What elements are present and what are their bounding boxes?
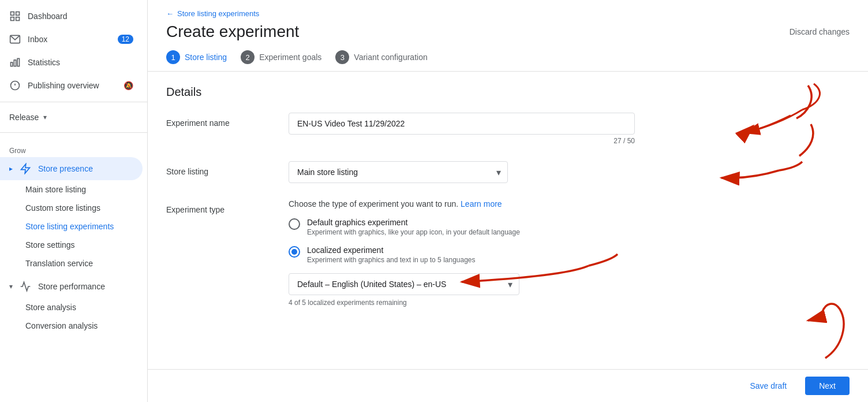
svg-rect-0 xyxy=(11,12,14,16)
publishing-bell-icon: 🔕 xyxy=(124,81,133,90)
store-listing-field: Main store listing Custom store listing … xyxy=(289,161,635,183)
back-arrow-icon: ← xyxy=(166,9,174,18)
step-2-label: Experiment goals xyxy=(259,53,321,62)
custom-store-listings-label: Custom store listings xyxy=(25,203,100,213)
sidebar-item-store-settings[interactable]: Store settings xyxy=(0,236,143,254)
store-analysis-label: Store analysis xyxy=(25,303,76,312)
experiment-type-label: Experiment type xyxy=(166,199,270,214)
translation-service-label: Translation service xyxy=(25,259,93,268)
sidebar-item-store-listing-experiments[interactable]: Store listing experiments xyxy=(0,217,143,236)
store-performance-icon xyxy=(20,281,31,292)
learn-more-link[interactable]: Learn more xyxy=(461,199,502,209)
locale-count: 4 of 5 localized experiments remaining xyxy=(289,299,635,307)
radio-default-graphics-text: Default graphics experiment Experiment w… xyxy=(307,218,520,236)
store-listing-select-wrapper: Main store listing Custom store listing … xyxy=(289,161,508,183)
experiment-name-field: 27 / 50 xyxy=(289,113,635,145)
svg-rect-1 xyxy=(16,12,20,16)
grow-section: Grow ▸ Store presence Main store listing… xyxy=(0,137,147,337)
sidebar-publishing-label: Publishing overview xyxy=(28,81,99,90)
discard-changes-link[interactable]: Discard changes xyxy=(790,27,850,36)
save-draft-button[interactable]: Save draft xyxy=(738,377,798,395)
store-presence-icon xyxy=(20,163,31,174)
step-1-label: Store listing xyxy=(185,53,227,62)
experiment-name-label: Experiment name xyxy=(166,113,270,128)
step-2[interactable]: 2 Experiment goals xyxy=(241,50,321,64)
sidebar-item-store-analysis[interactable]: Store analysis xyxy=(0,298,143,317)
sidebar-item-conversion-analysis[interactable]: Conversion analysis xyxy=(0,317,143,335)
radio-localized-label: Localized experiment xyxy=(307,245,476,255)
locale-select[interactable]: Default – English (United States) – en-U… xyxy=(289,273,519,295)
sidebar-item-custom-store-listings[interactable]: Custom store listings xyxy=(0,199,143,217)
content-area: Details Experiment name 27 / 50 Store li… xyxy=(148,72,868,369)
dashboard-icon xyxy=(9,10,21,22)
svg-rect-5 xyxy=(11,62,13,66)
store-listing-row: Store listing Main store listing Custom … xyxy=(166,161,850,183)
next-button[interactable]: Next xyxy=(805,377,850,395)
sidebar-dashboard-label: Dashboard xyxy=(28,12,68,21)
sidebar-item-store-performance[interactable]: ▾ Store performance xyxy=(0,275,143,298)
store-listing-select[interactable]: Main store listing Custom store listing … xyxy=(289,161,508,183)
sidebar-statistics-label: Statistics xyxy=(28,58,60,67)
experiment-name-input[interactable] xyxy=(289,113,635,135)
sidebar-store-presence-label: Store presence xyxy=(38,164,93,173)
sidebar-item-translation-service[interactable]: Translation service xyxy=(0,254,143,273)
step-3-label: Variant configuration xyxy=(354,53,427,62)
grow-label: Grow xyxy=(0,140,147,157)
inbox-icon xyxy=(9,34,21,45)
step-1[interactable]: 1 Store listing xyxy=(166,50,227,64)
experiment-type-desc: Choose the type of experiment you want t… xyxy=(289,199,635,209)
sidebar-store-performance-label: Store performance xyxy=(38,282,105,291)
svg-marker-11 xyxy=(21,164,30,174)
experiment-type-field: Choose the type of experiment you want t… xyxy=(289,199,635,307)
char-count: 27 / 50 xyxy=(289,137,635,145)
details-title: Details xyxy=(166,85,850,99)
step-3-circle: 3 xyxy=(335,50,349,64)
back-link-label: Store listing experiments xyxy=(177,9,259,18)
sidebar: Dashboard Inbox 12 Statistics Publishing… xyxy=(0,0,148,402)
sidebar-item-publishing-overview[interactable]: Publishing overview 🔕 xyxy=(0,74,143,97)
radio-localized-btn[interactable] xyxy=(289,246,300,258)
experiment-name-row: Experiment name 27 / 50 xyxy=(166,113,850,145)
back-link[interactable]: ← Store listing experiments xyxy=(166,9,850,18)
main-header: ← Store listing experiments Create exper… xyxy=(148,0,868,72)
step-3[interactable]: 3 Variant configuration xyxy=(335,50,427,64)
step-2-circle: 2 xyxy=(241,50,255,64)
release-chevron-icon: ▾ xyxy=(43,113,47,121)
store-listing-label: Store listing xyxy=(166,161,270,176)
expand-arrow-icon: ▸ xyxy=(9,165,13,173)
radio-default-graphics-sublabel: Experiment with graphics, like your app … xyxy=(307,228,520,236)
radio-localized-sublabel: Experiment with graphics and text in up … xyxy=(307,256,476,264)
conversion-analysis-label: Conversion analysis xyxy=(25,321,98,330)
experiment-type-row: Experiment type Choose the type of exper… xyxy=(166,199,850,307)
svg-rect-6 xyxy=(14,60,16,66)
store-settings-label: Store settings xyxy=(25,240,75,250)
locale-select-wrapper: Default – English (United States) – en-U… xyxy=(289,273,519,295)
header-row: Create experiment Discard changes xyxy=(166,23,850,41)
bar-chart-icon xyxy=(9,57,21,68)
inbox-badge: 12 xyxy=(118,35,133,44)
sidebar-item-main-store-listing[interactable]: Main store listing xyxy=(0,180,143,199)
main-store-listing-label: Main store listing xyxy=(25,185,86,194)
stepper: 1 Store listing 2 Experiment goals 3 Var… xyxy=(166,50,850,71)
publishing-icon xyxy=(9,80,21,91)
sidebar-item-inbox[interactable]: Inbox 12 xyxy=(0,28,143,51)
page-title: Create experiment xyxy=(166,23,299,41)
radio-localized-text: Localized experiment Experiment with gra… xyxy=(307,245,476,264)
release-label: Release xyxy=(9,113,39,122)
radio-default-graphics[interactable]: Default graphics experiment Experiment w… xyxy=(289,218,635,236)
sidebar-item-store-presence[interactable]: ▸ Store presence xyxy=(0,157,143,180)
store-listing-experiments-label: Store listing experiments xyxy=(25,222,114,231)
radio-default-graphics-btn[interactable] xyxy=(289,218,300,230)
svg-rect-3 xyxy=(16,17,20,21)
sidebar-item-statistics[interactable]: Statistics xyxy=(0,51,143,74)
radio-localized[interactable]: Localized experiment Experiment with gra… xyxy=(289,245,635,264)
sidebar-item-dashboard[interactable]: Dashboard xyxy=(0,5,143,28)
svg-rect-7 xyxy=(17,58,19,66)
release-group[interactable]: Release ▾ xyxy=(0,107,147,128)
svg-rect-2 xyxy=(11,17,14,21)
sidebar-inbox-label: Inbox xyxy=(28,35,47,44)
performance-arrow-icon: ▾ xyxy=(9,282,13,291)
footer: Save draft Next xyxy=(148,369,868,402)
step-1-circle: 1 xyxy=(166,50,180,64)
radio-default-graphics-label: Default graphics experiment xyxy=(307,218,520,227)
